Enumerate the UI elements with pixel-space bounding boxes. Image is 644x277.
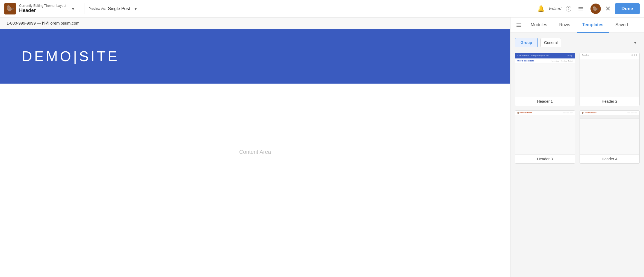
hamburger-menu-icon[interactable] bbox=[576, 2, 586, 15]
template-card-header3[interactable]: 🦫TowerBuilder Header 3 bbox=[515, 110, 575, 164]
tab-rows[interactable]: Rows bbox=[554, 17, 575, 33]
topbar-left: 🦫 Currently Editing Themer Layout Header… bbox=[4, 3, 80, 14]
h4-subnav: — — — bbox=[580, 115, 640, 119]
template-label-header1: Header 1 bbox=[515, 97, 575, 106]
user-avatar[interactable]: 🦫 bbox=[590, 4, 601, 14]
select-dropdown-arrow: ▼ bbox=[633, 41, 637, 45]
edited-status: Edited bbox=[549, 6, 561, 11]
template-label-header2: Header 2 bbox=[580, 97, 640, 106]
template-card-header4[interactable]: 🦫TowerBuilder — — — bbox=[580, 110, 640, 164]
help-icon[interactable]: ? bbox=[566, 6, 571, 11]
preview-value: Single Post bbox=[108, 6, 130, 11]
editing-title: Header bbox=[19, 8, 66, 13]
demo-site-logo: DEMO|SITE bbox=[22, 48, 119, 64]
h1-nav: WordPress Beta Home About ▾ Services Con… bbox=[515, 58, 575, 63]
tab-saved[interactable]: Saved bbox=[610, 17, 633, 33]
h1-preview-inner: 1-800-999-9999 — hello@loremipsum.com f … bbox=[515, 53, 575, 63]
side-panel: Modules Rows Templates Saved Group Gener… bbox=[510, 17, 644, 277]
template-preview-header1: 1-800-999-9999 — hello@loremipsum.com f … bbox=[515, 53, 575, 97]
h4-topnav: 🦫TowerBuilder bbox=[580, 111, 640, 115]
panel-tabs: Modules Rows Templates Saved bbox=[510, 17, 644, 33]
notifications-icon[interactable]: 🔔 bbox=[537, 5, 545, 12]
editing-info: Currently Editing Themer Layout Header bbox=[19, 4, 66, 13]
h3-topnav: 🦫TowerBuilder bbox=[515, 111, 575, 115]
template-preview-header2: ≡ content — — — bbox=[580, 53, 640, 97]
tab-templates[interactable]: Templates bbox=[577, 17, 609, 33]
filter-row: Group General ▼ bbox=[515, 38, 640, 47]
contact-text: 1-800-999-9999 — hi@loremipsum.com bbox=[7, 21, 79, 25]
currently-editing-label: Currently Editing Themer Layout bbox=[19, 4, 66, 8]
h2-preview-inner: ≡ content — — — bbox=[580, 53, 640, 60]
templates-grid: 1-800-999-9999 — hello@loremipsum.com f … bbox=[515, 53, 640, 164]
topbar: 🦫 Currently Editing Themer Layout Header… bbox=[0, 0, 644, 17]
template-label-header4: Header 4 bbox=[580, 154, 640, 163]
template-label-header3: Header 3 bbox=[515, 154, 575, 163]
preview-dropdown-arrow[interactable]: ▾ bbox=[134, 6, 137, 12]
done-button[interactable]: Done bbox=[615, 3, 640, 14]
panel-body: Group General ▼ 1-800-999-9999 — hello@l… bbox=[510, 33, 644, 277]
h3-preview-inner: 🦫TowerBuilder bbox=[515, 111, 575, 115]
content-area-label: Content Area bbox=[239, 149, 271, 155]
preview-label: Preview As: bbox=[89, 7, 106, 11]
close-button[interactable]: ✕ bbox=[605, 5, 611, 13]
tab-lines[interactable] bbox=[514, 19, 524, 32]
canvas-area: 1-800-999-9999 — hi@loremipsum.com DEMO|… bbox=[0, 17, 510, 277]
tab-modules[interactable]: Modules bbox=[525, 17, 553, 33]
h4-preview-inner: 🦫TowerBuilder — — — bbox=[580, 111, 640, 119]
topbar-divider bbox=[84, 3, 84, 14]
contact-bar: 1-800-999-9999 — hi@loremipsum.com bbox=[0, 17, 510, 29]
logo-avatar[interactable]: 🦫 bbox=[4, 3, 16, 14]
content-area: Content Area bbox=[0, 84, 510, 220]
template-card-header1[interactable]: 1-800-999-9999 — hello@loremipsum.com f … bbox=[515, 53, 575, 106]
preview-section: Preview As: Single Post ▾ bbox=[89, 6, 537, 12]
group-filter-button[interactable]: Group bbox=[515, 38, 538, 47]
category-select[interactable]: General bbox=[540, 38, 561, 47]
topbar-right: 🔔 Edited ? 🦫 ✕ Done bbox=[537, 2, 640, 15]
h2-topnav: ≡ content — — — bbox=[580, 53, 640, 57]
editing-dropdown-arrow[interactable]: ▾ bbox=[72, 6, 74, 12]
h1-topbar: 1-800-999-9999 — hello@loremipsum.com f … bbox=[515, 53, 575, 58]
header-banner: DEMO|SITE bbox=[0, 29, 510, 84]
category-select-wrapper: General ▼ bbox=[540, 38, 640, 47]
template-preview-header4: 🦫TowerBuilder — — — bbox=[580, 111, 640, 154]
main-canvas: 1-800-999-9999 — hi@loremipsum.com DEMO|… bbox=[0, 17, 644, 277]
template-card-header2[interactable]: ≡ content — — — bbox=[580, 53, 640, 106]
template-preview-header3: 🦫TowerBuilder bbox=[515, 111, 575, 154]
